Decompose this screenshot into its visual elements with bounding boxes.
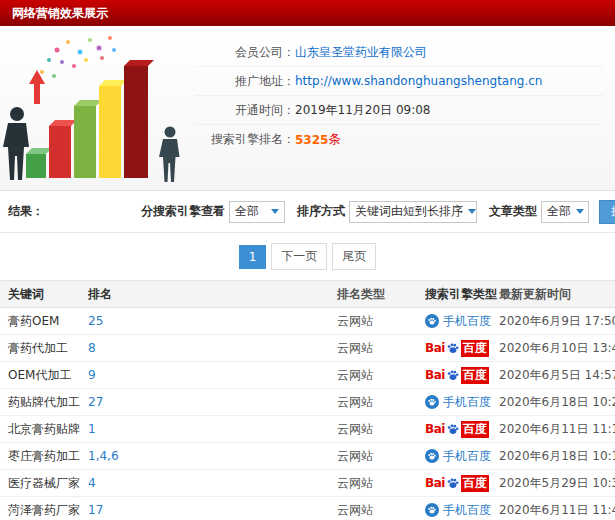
- engine-cell: Bai 百度: [425, 340, 499, 357]
- updated-cell: 2020年6月9日 17:50: [499, 313, 615, 330]
- company-row: 会员公司： 山东皇圣堂药业有限公司: [195, 38, 603, 67]
- rank-link[interactable]: 9: [88, 368, 337, 382]
- engine-label: 手机百度: [443, 394, 491, 411]
- engine-rank-row: 搜索引擎排名： 5325 条: [195, 125, 603, 154]
- rank-count-unit: 条: [328, 131, 340, 148]
- chevron-down-icon: [468, 209, 476, 214]
- engine-label: 手机百度: [443, 313, 491, 330]
- updated-cell: 2020年6月10日 13:40: [499, 340, 615, 357]
- baidu-paw-icon: [446, 368, 460, 382]
- engine-cell: 手机百度: [425, 502, 499, 519]
- sort-label: 排序方式: [297, 203, 345, 220]
- engine-view-label: 分搜索引擎查看: [141, 203, 225, 220]
- rank-link[interactable]: 25: [88, 314, 337, 328]
- open-time-label: 开通时间：: [195, 102, 295, 119]
- mobile-baidu-icon: [425, 503, 439, 517]
- page-title: 网络营销效果展示: [0, 0, 615, 26]
- header-keyword: 关键词: [0, 286, 88, 303]
- rank-link[interactable]: 4: [88, 476, 337, 490]
- baidu-paw-icon: [446, 476, 460, 490]
- engine-view-selected: 全部: [235, 203, 259, 220]
- next-page-button[interactable]: 下一页: [271, 243, 327, 270]
- chevron-down-icon: [576, 209, 584, 214]
- chevron-down-icon: [271, 209, 279, 214]
- summary-section: 会员公司： 山东皇圣堂药业有限公司 推广地址： http://www.shand…: [0, 26, 615, 190]
- page-button-current[interactable]: 1: [239, 245, 267, 269]
- bar-chart-illustration-icon: [2, 32, 192, 184]
- engine-label: 百度: [461, 340, 489, 357]
- engine-label: 百度: [461, 367, 489, 384]
- table-row: 医疗器械厂家 4 云网站 Bai 百度 2020年5月29日 10:32: [0, 470, 615, 497]
- baidu-wordmark: Bai: [425, 476, 445, 490]
- filter-bar: 结果： 分搜索引擎查看 全部 排序方式 关键词由短到长排序 文章类型 全部 提交: [0, 190, 615, 232]
- rank-type-cell: 云网站: [337, 475, 425, 492]
- submit-button[interactable]: 提交: [599, 200, 615, 224]
- mobile-baidu-icon: [425, 395, 439, 409]
- sort-select[interactable]: 关键词由短到长排序: [349, 201, 477, 223]
- table-row: 北京膏药贴牌 1 云网站 Bai 百度 2020年6月11日 11:18: [0, 416, 615, 443]
- header-rank-type: 排名类型: [337, 286, 425, 303]
- open-time-value: 2019年11月20日 09:08: [295, 102, 430, 119]
- engine-label: 百度: [461, 421, 489, 438]
- header-rank: 排名: [88, 286, 337, 303]
- last-page-button[interactable]: 尾页: [332, 243, 376, 270]
- table-row: 膏药代加工 8 云网站 Bai 百度 2020年6月10日 13:40: [0, 335, 615, 362]
- rank-type-cell: 云网站: [337, 394, 425, 411]
- rank-type-cell: 云网站: [337, 448, 425, 465]
- article-type-select[interactable]: 全部: [541, 201, 589, 223]
- rank-type-cell: 云网站: [337, 313, 425, 330]
- open-time-row: 开通时间： 2019年11月20日 09:08: [195, 96, 603, 125]
- updated-cell: 2020年6月11日 11:41: [499, 502, 615, 519]
- keyword-cell: 药贴牌代加工: [0, 394, 88, 411]
- keyword-cell: 膏药代加工: [0, 340, 88, 357]
- mobile-baidu-icon: [425, 314, 439, 328]
- keyword-cell: 枣庄膏药加工: [0, 448, 88, 465]
- member-info-panel: 会员公司： 山东皇圣堂药业有限公司 推广地址： http://www.shand…: [195, 26, 615, 190]
- baidu-paw-icon: [446, 422, 460, 436]
- member-company-link[interactable]: 山东皇圣堂药业有限公司: [295, 44, 427, 61]
- keyword-cell: OEM代加工: [0, 367, 88, 384]
- keyword-cell: 膏药OEM: [0, 313, 88, 330]
- rank-count: 5325: [295, 133, 328, 147]
- baidu-paw-icon: [446, 341, 460, 355]
- rank-type-cell: 云网站: [337, 340, 425, 357]
- keyword-cell: 菏泽膏药厂家: [0, 502, 88, 519]
- table-header: 关键词 排名 排名类型 搜索引擎类型 最新更新时间: [0, 280, 615, 308]
- company-label: 会员公司：: [195, 44, 295, 61]
- baidu-wordmark: Bai: [425, 368, 445, 382]
- engine-cell: 手机百度: [425, 394, 499, 411]
- rank-type-cell: 云网站: [337, 421, 425, 438]
- engine-cell: Bai 百度: [425, 475, 499, 492]
- updated-cell: 2020年5月29日 10:32: [499, 475, 615, 492]
- article-type-selected: 全部: [547, 203, 571, 220]
- rank-link[interactable]: 1,4,6: [88, 449, 337, 463]
- rank-link[interactable]: 27: [88, 395, 337, 409]
- updated-cell: 2020年6月5日 14:57: [499, 367, 615, 384]
- updated-cell: 2020年6月18日 10:19: [499, 448, 615, 465]
- engine-label: 百度: [461, 475, 489, 492]
- engine-rank-label: 搜索引擎排名：: [195, 131, 295, 148]
- promo-url-link[interactable]: http://www.shandonghuangshengtang.cn: [295, 74, 542, 88]
- engine-label: 手机百度: [443, 448, 491, 465]
- rank-link[interactable]: 1: [88, 422, 337, 436]
- header-engine-type: 搜索引擎类型: [425, 286, 499, 303]
- mobile-baidu-icon: [425, 449, 439, 463]
- sort-selected: 关键词由短到长排序: [355, 203, 463, 220]
- promo-url-label: 推广地址：: [195, 73, 295, 90]
- table-row: 膏药OEM 25 云网站 手机百度 2020年6月9日 17:50: [0, 308, 615, 335]
- table-row: OEM代加工 9 云网站 Bai 百度 2020年6月5日 14:57: [0, 362, 615, 389]
- updated-cell: 2020年6月18日 10:25: [499, 394, 615, 411]
- table-row: 枣庄膏药加工 1,4,6 云网站 手机百度 2020年6月18日 10:19: [0, 443, 615, 470]
- rank-link[interactable]: 17: [88, 503, 337, 517]
- rank-type-cell: 云网站: [337, 367, 425, 384]
- baidu-wordmark: Bai: [425, 341, 445, 355]
- engine-label: 手机百度: [443, 502, 491, 519]
- rank-link[interactable]: 8: [88, 341, 337, 355]
- marketing-illustration: [0, 26, 195, 190]
- updated-cell: 2020年6月11日 11:18: [499, 421, 615, 438]
- baidu-wordmark: Bai: [425, 422, 445, 436]
- table-row: 药贴牌代加工 27 云网站 手机百度 2020年6月18日 10:25: [0, 389, 615, 416]
- engine-view-select[interactable]: 全部: [229, 201, 285, 223]
- engine-cell: Bai 百度: [425, 367, 499, 384]
- promo-url-row: 推广地址： http://www.shandonghuangshengtang.…: [195, 67, 603, 96]
